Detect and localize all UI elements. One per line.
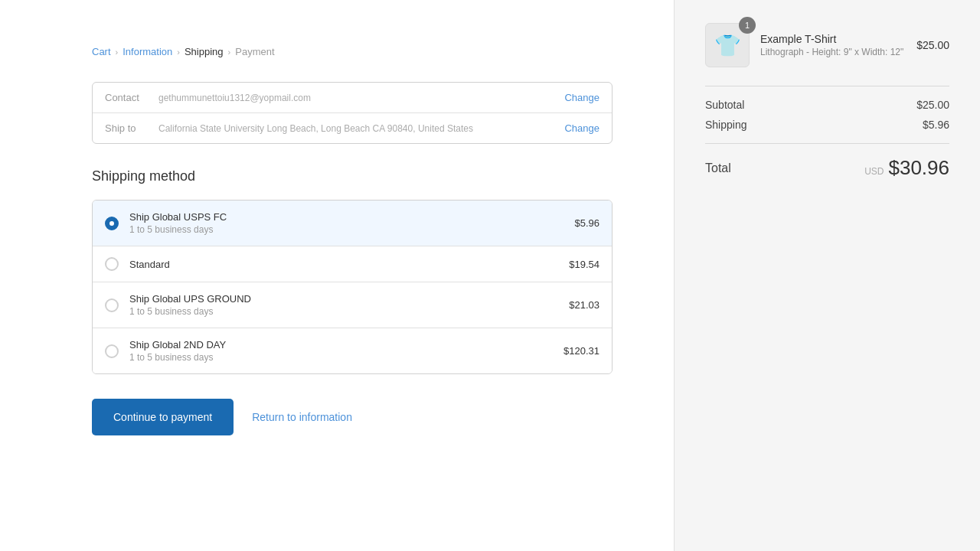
product-price: $25.00 [916,39,949,51]
action-buttons: Continue to payment Return to informatio… [92,399,612,435]
radio-2nd-day [105,344,119,358]
subtotal-row: Subtotal $25.00 [705,99,949,111]
shipping-standard-name: Standard [129,259,560,270]
tshirt-icon: 👕 [714,33,741,58]
shipping-method-title: Shipping method [92,168,612,184]
divider-2 [705,143,949,144]
product-desc: Lithograph - Height: 9" x Width: 12" [760,47,906,57]
chevron-icon-2: › [177,47,180,57]
chevron-icon-1: › [116,47,119,57]
shipping-standard-details: Standard [129,259,560,270]
divider-1 [705,86,949,86]
ship-to-change-button[interactable]: Change [564,122,599,134]
radio-standard [105,257,119,271]
ship-to-label: Ship to [105,122,158,134]
ship-to-value: California State University Long Beach, … [158,123,555,134]
shipping-summary-row: Shipping $5.96 [705,119,949,131]
radio-inner-usps [109,221,114,226]
shipping-option-3[interactable]: Ship Global UPS GROUND 1 to 5 business d… [93,282,612,328]
product-badge: 1 [739,17,756,34]
shipping-options-box: Ship Global USPS FC 1 to 5 business days… [92,200,612,374]
shipping-ups-time: 1 to 5 business days [129,306,560,317]
subtotal-value: $25.00 [916,99,949,111]
shipping-option-4[interactable]: Ship Global 2ND DAY 1 to 5 business days… [93,328,612,373]
shipping-summary-value: $5.96 [923,119,949,131]
breadcrumb-payment: Payment [235,46,274,57]
total-value: $30.96 [888,156,949,180]
contact-value: gethummunettoiu1312@yopmail.com [158,93,555,103]
breadcrumb-information[interactable]: Information [122,46,172,57]
breadcrumb-shipping: Shipping [185,46,224,57]
shipping-2nd-day-time: 1 to 5 business days [129,352,554,363]
order-summary-panel: 👕 1 Example T-Shirt Lithograph - Height:… [674,0,980,551]
breadcrumb-cart[interactable]: Cart [92,46,111,57]
shipping-ups-price: $21.03 [569,299,599,311]
product-image-wrap: 👕 1 [705,23,750,67]
breadcrumb: Cart › Information › Shipping › Payment [92,46,612,57]
total-amount: USD $30.96 [864,156,949,180]
shipping-standard-price: $19.54 [569,259,599,270]
shipping-usps-price: $5.96 [574,217,599,229]
return-to-information-button[interactable]: Return to information [252,411,352,423]
chevron-icon-3: › [228,47,231,57]
radio-ups-ground [105,298,119,312]
contact-row: Contact gethummunettoiu1312@yopmail.com … [93,83,612,113]
shipping-ups-details: Ship Global UPS GROUND 1 to 5 business d… [129,293,560,317]
contact-change-button[interactable]: Change [564,92,599,103]
shipping-usps-time: 1 to 5 business days [129,224,565,235]
shipping-option-2[interactable]: Standard $19.54 [93,246,612,282]
product-name: Example T-Shirt [760,33,906,45]
total-row: Total USD $30.96 [705,156,949,180]
shipping-2nd-day-details: Ship Global 2ND DAY 1 to 5 business days [129,339,554,363]
shipping-summary-label: Shipping [705,119,747,131]
total-label: Total [705,161,731,175]
info-box: Contact gethummunettoiu1312@yopmail.com … [92,82,612,144]
total-currency: USD [864,166,884,177]
product-info: Example T-Shirt Lithograph - Height: 9" … [760,33,906,57]
continue-to-payment-button[interactable]: Continue to payment [92,399,234,435]
shipping-2nd-day-name: Ship Global 2ND DAY [129,339,554,350]
subtotal-label: Subtotal [705,99,744,111]
shipping-usps-name: Ship Global USPS FC [129,211,565,223]
shipping-2nd-day-price: $120.31 [564,345,599,357]
shipping-option-1[interactable]: Ship Global USPS FC 1 to 5 business days… [93,201,612,246]
contact-label: Contact [105,92,158,103]
shipping-ups-name: Ship Global UPS GROUND [129,293,560,305]
radio-usps-fc [105,217,119,230]
product-row: 👕 1 Example T-Shirt Lithograph - Height:… [705,23,949,67]
shipping-usps-details: Ship Global USPS FC 1 to 5 business days [129,211,565,235]
ship-to-row: Ship to California State University Long… [93,113,612,143]
